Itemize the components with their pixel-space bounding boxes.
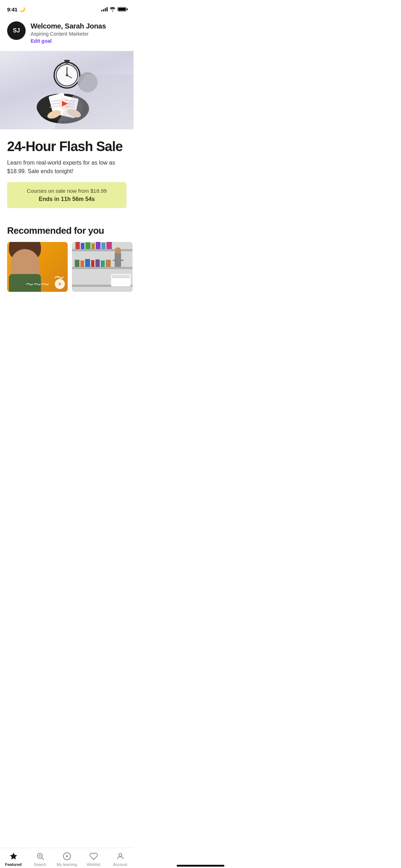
svg-point-43 <box>115 247 121 254</box>
svg-rect-26 <box>72 267 132 269</box>
course-card-2[interactable] <box>72 242 132 292</box>
svg-rect-33 <box>101 243 105 249</box>
recommended-section: Recommended for you 〜 〜〜〜 <box>0 215 134 299</box>
svg-rect-41 <box>106 260 111 267</box>
moon-icon: 🌙 <box>19 6 25 12</box>
recommended-title: Recommended for you <box>0 225 134 236</box>
edit-goal-link[interactable]: Edit goal <box>31 38 106 44</box>
svg-rect-42 <box>115 253 121 267</box>
battery-icon <box>118 7 126 11</box>
svg-rect-35 <box>75 260 79 267</box>
svg-rect-37 <box>85 259 90 267</box>
svg-rect-47 <box>112 275 130 278</box>
wifi-icon <box>110 7 115 11</box>
svg-rect-40 <box>101 260 105 267</box>
avatar: SJ <box>7 21 26 40</box>
profile-info: Welcome, Sarah Jonas Aspiring Content Ma… <box>31 21 106 44</box>
course-card-image-2 <box>72 242 132 292</box>
sale-description: Learn from real-world experts for as low… <box>7 159 126 176</box>
profile-header: SJ Welcome, Sarah Jonas Aspiring Content… <box>0 16 134 51</box>
course-cards-list: 〜 〜〜〜 <box>0 242 134 292</box>
svg-rect-28 <box>75 242 80 249</box>
library-svg <box>72 242 132 292</box>
sale-timer: Ends in 11h 56m 54s <box>14 196 119 202</box>
play-overlay[interactable] <box>55 279 65 289</box>
goal-text: Aspiring Content Marketer <box>31 31 106 37</box>
status-time: 9:41 <box>7 6 17 12</box>
svg-rect-38 <box>91 260 94 267</box>
sale-banner-text: Courses on sale now from $18.99 <box>14 188 119 194</box>
status-bar: 9:41 🌙 <box>0 0 134 16</box>
card-img-orange: 〜 〜〜〜 <box>7 242 68 292</box>
course-card-1[interactable]: 〜 〜〜〜 <box>7 242 68 292</box>
sale-title: 24-Hour Flash Sale <box>7 139 126 154</box>
person-illustration: 〜 〜〜〜 <box>7 242 68 292</box>
svg-rect-36 <box>80 260 84 267</box>
status-icons <box>101 7 126 11</box>
svg-rect-39 <box>95 259 100 267</box>
svg-rect-32 <box>96 242 100 249</box>
svg-rect-3 <box>64 60 70 62</box>
card-img-gray <box>72 242 132 292</box>
svg-rect-30 <box>85 242 90 249</box>
svg-rect-31 <box>92 243 95 249</box>
welcome-text: Welcome, Sarah Jonas <box>31 22 106 30</box>
svg-rect-34 <box>106 242 112 249</box>
svg-rect-25 <box>72 249 132 251</box>
hero-banner <box>0 51 134 129</box>
play-triangle <box>59 282 62 286</box>
sale-banner[interactable]: Courses on sale now from $18.99 Ends in … <box>7 182 126 208</box>
svg-point-8 <box>66 74 68 76</box>
course-card-image-1: 〜 〜〜〜 <box>7 242 68 292</box>
svg-rect-44 <box>113 260 116 261</box>
squiggle-decoration-2: 〜〜〜 <box>26 279 49 290</box>
svg-rect-29 <box>81 243 84 249</box>
svg-rect-45 <box>121 260 124 261</box>
sale-section: 24-Hour Flash Sale Learn from real-world… <box>0 129 134 215</box>
signal-icon <box>101 7 108 11</box>
